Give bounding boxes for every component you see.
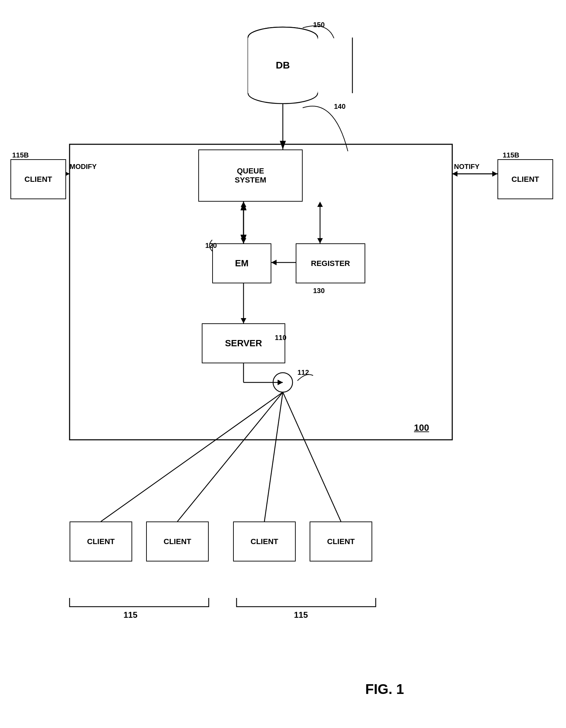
client-left-box: CLIENT	[10, 159, 66, 199]
svg-marker-26	[492, 171, 497, 177]
svg-marker-28	[452, 171, 457, 177]
em-box: EM	[212, 243, 271, 283]
client-bottom-4: CLIENT	[310, 521, 372, 561]
ref-115-right: 115	[294, 610, 308, 620]
server-box: SERVER	[202, 323, 285, 363]
queue-system-box: QUEUE SYSTEM	[198, 149, 303, 202]
client-bottom-3: CLIENT	[233, 521, 296, 561]
modify-label: MODIFY	[70, 163, 97, 171]
svg-marker-15	[317, 238, 323, 243]
ref-110: 110	[275, 334, 286, 342]
diagram: DB 150 QUEUE SYSTEM 140 EM 120 REGISTER …	[0, 0, 566, 728]
notify-label: NOTIFY	[454, 163, 479, 171]
svg-marker-20	[241, 318, 246, 323]
ref-115b-right: 115B	[503, 151, 519, 159]
svg-marker-12	[241, 238, 246, 243]
svg-marker-17	[271, 260, 277, 265]
ref-130: 130	[313, 287, 325, 295]
svg-point-29	[273, 373, 293, 392]
ref-120: 120	[205, 242, 217, 250]
svg-line-35	[264, 392, 283, 521]
ref-115b-left: 115B	[12, 151, 29, 159]
ref-140: 140	[334, 103, 345, 111]
svg-marker-32	[278, 380, 283, 385]
svg-line-33	[101, 392, 283, 521]
svg-marker-11	[241, 202, 246, 207]
register-box: REGISTER	[296, 243, 365, 283]
svg-marker-14	[317, 202, 323, 207]
diagram-svg	[0, 0, 566, 728]
figure-label: FIG. 1	[365, 681, 404, 697]
client-right-box: CLIENT	[497, 159, 553, 199]
client-bottom-2: CLIENT	[146, 521, 209, 561]
db-box: DB	[248, 38, 318, 93]
ref-115-left: 115	[123, 610, 137, 620]
ref-150: 150	[313, 21, 325, 29]
client-bottom-1: CLIENT	[70, 521, 132, 561]
svg-line-36	[283, 392, 341, 521]
ref-100: 100	[414, 422, 429, 433]
svg-line-34	[177, 392, 283, 521]
ref-112: 112	[297, 369, 309, 377]
